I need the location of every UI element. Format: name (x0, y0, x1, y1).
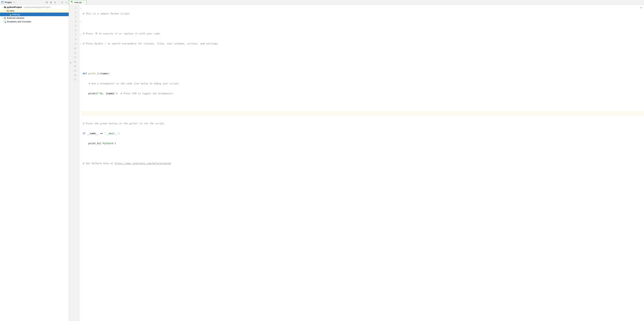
code-text: # See PyCharm help at (83, 162, 114, 165)
hide-icon[interactable] (65, 1, 68, 4)
code-text: ) (116, 92, 120, 95)
chevron-right-icon[interactable]: › (1, 17, 4, 19)
code-text: {name} (106, 92, 115, 95)
line-number[interactable]: 13 (72, 60, 76, 64)
tab-main-py[interactable]: main.py ✕ (69, 0, 86, 5)
chevron-down-icon[interactable] (13, 1, 16, 4)
tree-node-scratches[interactable]: › Scratches and Consoles (0, 20, 69, 24)
tab-label: main.py (74, 1, 82, 4)
line-number[interactable]: 7 (72, 33, 76, 37)
svg-rect-1 (2, 2, 4, 2)
line-number[interactable]: 11 (72, 50, 76, 55)
line-number[interactable]: 10 (72, 46, 76, 50)
folder-icon (6, 10, 9, 12)
code-text: if (83, 132, 87, 135)
line-number[interactable]: 6 (72, 28, 76, 33)
code-text: # Press ⌘F8 to toggle the breakpoint. (120, 92, 174, 95)
svg-rect-7 (5, 17, 6, 19)
separator (58, 1, 59, 4)
code-text: '__main__' (104, 132, 119, 135)
project-tool-window-header: Project (0, 0, 69, 5)
line-number[interactable]: 2 (72, 10, 76, 15)
svg-rect-5 (4, 17, 4, 19)
close-icon[interactable]: ✕ (83, 2, 84, 4)
code-text: # This is a sample Python script. (83, 12, 130, 15)
line-number[interactable]: 12 (72, 55, 76, 60)
code-text: print_hi( (83, 142, 102, 145)
svg-point-3 (47, 2, 47, 2)
line-number[interactable]: 15 (72, 68, 76, 73)
line-number[interactable]: 17 (72, 78, 76, 82)
chevron-right-icon[interactable]: › (1, 21, 4, 22)
line-number[interactable]: 1 (72, 6, 76, 10)
editor: ▶ 1234567891011121314151617 ⊖⊖⊖⊖ # This … (69, 5, 644, 321)
top-toolbar-row: Project (0, 0, 644, 5)
python-file-icon (71, 1, 73, 4)
tree-node-path: ~/projects/temp/pythonProject (22, 6, 50, 8)
project-view-icon (1, 1, 4, 4)
tree-node-external-libraries[interactable]: › External Libraries (0, 16, 69, 20)
line-number[interactable]: 16 (72, 73, 76, 78)
code-text: def (83, 72, 88, 75)
tree-node-label: main.py (12, 13, 20, 16)
line-number[interactable]: 14 (72, 64, 76, 68)
library-icon (4, 17, 6, 19)
tree-node-label: Scratches and Consoles (6, 20, 31, 23)
tree-node-venv[interactable]: › venv (0, 9, 69, 12)
editor-gutter[interactable]: ▶ 1234567891011121314151617 (69, 5, 80, 321)
tree-node-label: External Libraries (6, 17, 24, 19)
inspection-ok-icon[interactable]: ✔ (640, 6, 642, 9)
svg-point-9 (5, 22, 6, 23)
code-text: 'PyCharm' (102, 142, 115, 145)
line-number[interactable]: 8 (72, 37, 76, 42)
gear-icon[interactable] (61, 1, 64, 4)
folder-icon (4, 6, 6, 8)
scratch-icon (4, 20, 6, 23)
svg-rect-6 (4, 17, 5, 19)
editor-tab-bar: main.py ✕ (69, 0, 644, 5)
tree-root-project[interactable]: ⌄ pythonProject ~/projects/temp/pythonPr… (0, 5, 69, 9)
line-number[interactable]: 9 (72, 42, 76, 46)
python-file-icon (8, 13, 12, 16)
locate-icon[interactable] (46, 1, 48, 4)
code-area[interactable]: # This is a sample Python script. # Pres… (82, 5, 644, 321)
collapse-all-icon[interactable] (54, 1, 56, 4)
code-text: # Press the green button in the gutter t… (83, 122, 165, 125)
code-text: ' (114, 92, 116, 95)
code-text: print_hi (88, 72, 100, 75)
code-text: # Press ^R to execute it or replace it w… (83, 32, 161, 35)
project-tool-window-title[interactable]: Project (5, 1, 12, 4)
code-text: # Use a breakpoint in the code line belo… (83, 82, 180, 85)
svg-point-4 (62, 2, 62, 3)
code-text: # Press Double ⇧ to search everywhere fo… (83, 42, 219, 45)
line-number[interactable]: 4 (72, 19, 76, 24)
code-text: https://www.jetbrains.com/help/pycharm/ (114, 162, 171, 165)
code-text: print( (83, 92, 97, 95)
code-text: __name__ == (87, 132, 104, 135)
expand-all-icon[interactable] (50, 1, 52, 4)
line-number[interactable]: 3 (72, 15, 76, 19)
fold-column[interactable]: ⊖⊖⊖⊖ (80, 5, 82, 321)
line-number[interactable]: 5 (72, 24, 76, 28)
main-content-row: ⌄ pythonProject ~/projects/temp/pythonPr… (0, 5, 644, 321)
tree-node-main-py[interactable]: main.py (0, 12, 69, 16)
chevron-down-icon[interactable]: ⌄ (1, 6, 4, 8)
run-gutter-icon[interactable]: ▶ (70, 62, 71, 64)
code-text: f'Hi, (97, 92, 106, 95)
tree-node-label: venv (9, 10, 14, 12)
code-text: ) (114, 142, 116, 145)
project-tree[interactable]: ⌄ pythonProject ~/projects/temp/pythonPr… (0, 5, 69, 321)
code-text: (name): (100, 72, 110, 75)
chevron-right-icon[interactable]: › (4, 10, 6, 12)
code-text: : (119, 132, 120, 135)
tree-node-label: pythonProject (6, 6, 22, 8)
